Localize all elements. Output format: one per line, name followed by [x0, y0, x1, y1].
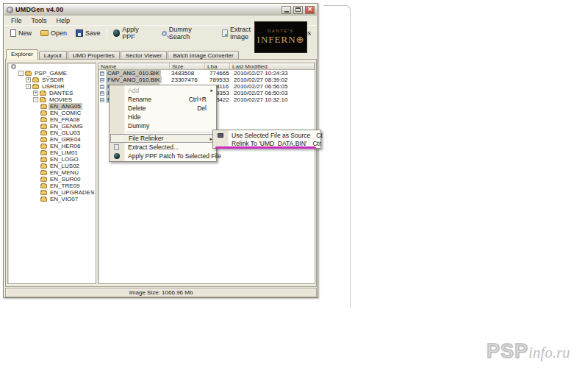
minimize-button[interactable]	[282, 6, 291, 14]
menu-item-apply-ppf-patch-to-selected-file[interactable]: Apply PPF Patch To Selected File	[110, 152, 215, 160]
tab-strip: ExplorerLayoutUMD PropertiesSector Viewe…	[6, 49, 316, 60]
folder-icon	[40, 158, 47, 162]
window-title: UMDGen v4.00	[15, 6, 63, 13]
folder-icon	[40, 131, 47, 135]
tree-node-en-genms[interactable]: EN_GENMS	[8, 123, 96, 130]
tree-node-usrdir[interactable]: -USRDIR	[8, 83, 96, 90]
tree-node-label: PSP_GAME	[33, 70, 68, 77]
menu-item-label: Delete	[128, 105, 146, 112]
minimize-icon	[284, 11, 289, 13]
expand-expander-icon[interactable]: +	[33, 91, 38, 96]
toolbar-save-button[interactable]: Save	[71, 27, 105, 39]
tree-node-label: EN_LOGO	[49, 156, 80, 163]
tree-node-label: DANTES	[48, 90, 74, 96]
menu-item-file-relinker[interactable]: File Relinker▸	[110, 134, 215, 143]
app-disc-icon	[7, 7, 13, 13]
column-header-lba[interactable]: Lba	[205, 63, 230, 69]
screenshot-canvas: UMDGen v4.00 ✕ FileToolsHelp NewOpenSave…	[0, 0, 588, 368]
tree-node-movies[interactable]: -MOVIES	[8, 96, 96, 103]
toolbar-apply-ppf-button[interactable]: Apply PPF	[109, 24, 157, 43]
magenta-underline-annotation	[215, 146, 316, 149]
menu-item-label: Relink To 'UMD_DATA.BIN'	[232, 140, 306, 147]
tree-node-label: EN_GRE04	[49, 136, 82, 143]
tree-node-en-sur00[interactable]: EN_SUR00	[8, 176, 96, 183]
lba-cell: 774665	[205, 70, 230, 77]
folder-icon	[40, 98, 46, 102]
menu-item-extract-selected[interactable]: Extract Selected...	[110, 143, 215, 152]
menu-item-label: Use Selected File as Source	[232, 132, 310, 139]
tree-node-dantes[interactable]: +DANTES	[8, 90, 96, 96]
file-name: CAP_ANG_010.BIK	[106, 70, 161, 77]
tree-node-en-fra08[interactable]: EN_FRA08	[8, 116, 96, 123]
expand-expander-icon[interactable]: +	[26, 77, 31, 82]
folder-icon	[40, 138, 47, 142]
tree-node-en-lus02[interactable]: EN_LUS02	[8, 163, 96, 169]
pspinfo-watermark: PSP info.ru	[487, 342, 570, 361]
tree-node-label: MOVIES	[48, 96, 74, 103]
tree-node-en-vio07[interactable]: EN_VIO07	[8, 196, 96, 202]
file-icon	[100, 71, 104, 76]
folder-icon	[40, 118, 47, 122]
titlebar[interactable]: UMDGen v4.00 ✕	[4, 4, 317, 15]
new-page-icon	[10, 29, 16, 37]
tree-node-en-menu[interactable]: EN_MENU	[8, 169, 96, 176]
column-header-size[interactable]: Size	[170, 63, 205, 69]
toolbar-new-button[interactable]: New	[6, 27, 36, 39]
folder-tree-panel[interactable]: -PSP_GAME+SYSDIR-USRDIR+DANTES-MOVIESEN_…	[7, 63, 96, 284]
collapse-expander-icon[interactable]: -	[26, 84, 31, 89]
toolbar-dummy-search-button[interactable]: Dummy Search	[157, 24, 218, 43]
logo-top-text: DANTE'S	[268, 29, 294, 33]
toolbar-open-button[interactable]: Open	[36, 27, 71, 39]
tab-explorer[interactable]: Explorer	[6, 49, 38, 60]
menu-item-hide[interactable]: Hide	[110, 113, 215, 121]
tree-node-sysdir[interactable]: +SYSDIR	[8, 77, 96, 83]
close-button[interactable]: ✕	[305, 6, 315, 14]
table-row[interactable]: CAP_ANG_010.BIK34835087746652010/02/27 1…	[98, 70, 315, 77]
tree-node-label: EN_MENU	[49, 169, 80, 176]
tree-node-en-her06[interactable]: EN_HER06	[8, 143, 96, 149]
modified-cell: 2010/02/27 06:50:03	[230, 90, 315, 96]
table-row[interactable]: FMV_ANG_010.BIK233074767895332010/02/27 …	[98, 77, 315, 83]
maximize-button[interactable]	[293, 6, 303, 14]
tree-node-en-glu03[interactable]: EN_GLU03	[8, 130, 96, 136]
menu-item-label: File Relinker	[129, 135, 163, 142]
size-cell: 3483508	[170, 70, 205, 77]
file-name: FMV_ANG_010.BIK	[106, 77, 162, 83]
tree-node-psp-game[interactable]: -PSP_GAME	[8, 70, 96, 77]
menu-item-use-selected-file-as-source[interactable]: Use Selected File as SourceCt	[214, 131, 320, 139]
status-bar: Image Size: 1066.96 Mb	[5, 288, 317, 297]
context-menu: Add▸RenameCtrl+RDeleteDelHideDummyFile R…	[109, 85, 217, 162]
name-cell: CAP_ANG_010.BIK	[98, 70, 170, 77]
menubar-item-help[interactable]: Help	[52, 16, 75, 25]
column-header-name[interactable]: Name	[98, 63, 170, 69]
tree-node-label: USRDIR	[40, 83, 66, 90]
tree-node-label: EN_ANG05	[49, 103, 82, 110]
tree-node-en-gre04[interactable]: EN_GRE04	[8, 136, 96, 143]
tree-node-root[interactable]	[8, 63, 96, 70]
tree-node-label: SYSDIR	[40, 77, 65, 83]
modified-cell: 2010/02/27 08:39:02	[230, 77, 315, 83]
collapse-expander-icon[interactable]: -	[18, 71, 24, 76]
menubar-item-file[interactable]: File	[7, 16, 26, 25]
tree-node-en-tre09[interactable]: EN_TRE09	[8, 183, 96, 189]
tree-node-en-lim01[interactable]: EN_LIM01	[8, 149, 96, 156]
folder-icon	[25, 71, 32, 76]
collapse-expander-icon[interactable]: -	[33, 97, 38, 102]
tree-node-en-upgrades[interactable]: EN_UPGRADES	[8, 189, 96, 196]
menu-item-delete[interactable]: DeleteDel	[110, 104, 215, 113]
folder-icon	[40, 105, 47, 109]
toolbar-dummy-search-label: Dummy Search	[169, 26, 213, 40]
menu-item-dummy[interactable]: Dummy	[110, 121, 215, 130]
menubar-item-tools[interactable]: Tools	[27, 16, 51, 25]
menu-item-label: Extract Selected...	[128, 144, 179, 151]
folder-icon	[40, 111, 47, 116]
tree-node-en-comic[interactable]: EN_COMIC	[8, 110, 96, 116]
tree-node-en-ang05[interactable]: EN_ANG05	[8, 103, 96, 110]
column-header-last-modified[interactable]: Last Modified	[230, 63, 315, 69]
folder-icon	[40, 91, 46, 96]
extract-image-icon	[222, 29, 228, 37]
menu-item-rename[interactable]: RenameCtrl+R	[110, 95, 215, 104]
tree-node-en-logo[interactable]: EN_LOGO	[8, 156, 96, 163]
source-icon	[218, 133, 223, 138]
submenu-arrow-icon: ▸	[210, 88, 213, 93]
